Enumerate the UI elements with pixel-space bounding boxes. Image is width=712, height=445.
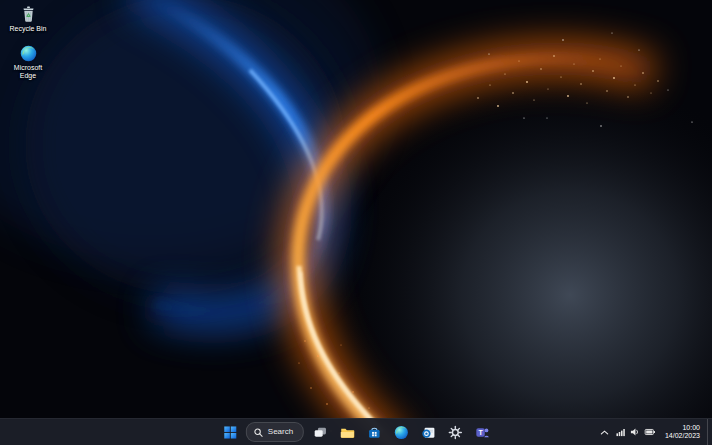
taskbar-app-teams[interactable]: T [471,421,493,443]
desktop-icon-list: Recycle Bin Microsoft Edge [2,6,54,80]
battery-icon [644,427,656,437]
taskbar-app-microsoft-store[interactable] [363,421,385,443]
clock-date: 14/02/2023 [665,432,700,441]
taskbar: Search [0,418,712,445]
edge-icon [20,45,37,62]
taskbar-center-group: Search [219,419,493,445]
svg-text:T: T [478,428,483,435]
outlook-icon [421,425,436,440]
volume-icon [630,427,640,437]
taskbar-app-microsoft-edge[interactable] [390,421,412,443]
show-desktop-button[interactable] [707,419,712,445]
search-label: Search [268,428,293,436]
recycle-bin-icon [20,6,37,23]
microsoft-store-icon [367,425,382,440]
clock[interactable]: 10:00 14/02/2023 [660,422,707,442]
chevron-up-icon [600,428,609,437]
network-icon [616,427,626,437]
tray-chevron-up-button[interactable] [598,422,612,442]
desktop-icon-microsoft-edge[interactable]: Microsoft Edge [2,45,54,80]
edge-icon [394,425,409,440]
clock-time: 10:00 [682,424,700,433]
task-view-icon [313,425,328,440]
quick-settings-button[interactable] [612,422,660,442]
windows-logo-icon [223,426,236,439]
file-explorer-icon [340,425,355,440]
taskbar-app-outlook[interactable] [417,421,439,443]
windows-desktop: Recycle Bin Microsoft Edge [0,0,712,445]
gear-icon [448,425,463,440]
search-box[interactable]: Search [246,422,304,442]
desktop-icon-recycle-bin[interactable]: Recycle Bin [2,6,54,33]
desktop-icon-label: Microsoft Edge [8,64,48,80]
teams-icon: T [475,425,490,440]
search-icon [254,428,263,437]
start-button[interactable] [219,421,241,443]
wallpaper [0,0,712,445]
taskbar-app-settings[interactable] [444,421,466,443]
taskbar-tray: 10:00 14/02/2023 [598,419,712,445]
taskbar-app-file-explorer[interactable] [336,421,358,443]
taskbar-app-task-view[interactable] [309,421,331,443]
desktop-icon-label: Recycle Bin [10,25,47,33]
